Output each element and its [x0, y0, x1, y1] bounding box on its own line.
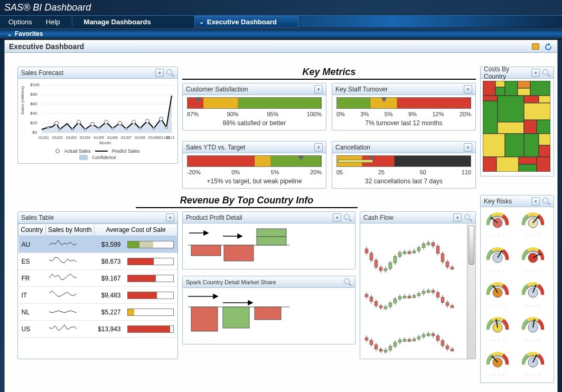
- svg-rect-194: [441, 341, 444, 346]
- favorites-bar[interactable]: ⌄ Favorites: [0, 28, 562, 40]
- col-country[interactable]: Country: [18, 224, 46, 236]
- svg-text:01/11: 01/11: [166, 135, 175, 140]
- tab-executive-dashboard[interactable]: ⌄ Executive Dashboard: [194, 16, 298, 27]
- svg-point-32: [47, 126, 49, 128]
- sales-table[interactable]: Country Sales by Month Average Cost of S…: [18, 223, 177, 338]
- dropdown-icon[interactable]: ▾: [464, 143, 472, 152]
- table-row[interactable]: FR$9,167: [18, 270, 177, 287]
- svg-rect-44: [495, 87, 505, 96]
- table-row[interactable]: US$13,943: [18, 321, 177, 338]
- svg-rect-142: [408, 296, 411, 298]
- svg-point-36: [98, 127, 100, 129]
- portlet-title: Spark Country Detail Market Share: [186, 279, 276, 285]
- svg-rect-57: [537, 120, 550, 134]
- svg-rect-174: [394, 342, 397, 347]
- print-icon[interactable]: [531, 42, 540, 51]
- risk-gauges: . . . .. . . .. . . .. . . .. . . .. . .…: [481, 207, 554, 382]
- dropdown-icon[interactable]: ▾: [155, 69, 164, 77]
- gauge-bar: [336, 97, 471, 109]
- portlet-title: Cash Flow: [363, 214, 394, 221]
- svg-rect-58: [483, 134, 505, 157]
- product-profit-chart: [183, 223, 355, 269]
- legend-actual: Actual Sales: [64, 148, 90, 154]
- svg-rect-130: [379, 306, 382, 308]
- svg-rect-67: [537, 157, 550, 172]
- magnify-icon[interactable]: [166, 69, 174, 77]
- portlet-title: Product Profit Detail: [186, 214, 242, 221]
- magnify-icon[interactable]: [542, 69, 550, 77]
- svg-text:$60: $60: [30, 101, 38, 106]
- tab-label: Executive Dashboard: [207, 18, 277, 26]
- col-sales-month[interactable]: Sales by Month: [45, 224, 95, 236]
- svg-rect-60: [524, 134, 539, 157]
- dropdown-icon[interactable]: ▾: [453, 213, 462, 222]
- svg-rect-188: [427, 334, 430, 336]
- magnify-icon[interactable]: [343, 213, 352, 222]
- spark-country-chart: [183, 288, 355, 344]
- scrollbar[interactable]: [467, 223, 475, 359]
- svg-rect-43: [495, 81, 505, 87]
- gauge-bar: [336, 155, 471, 167]
- dropdown-icon[interactable]: ▾: [333, 213, 341, 222]
- gauge-bar: [187, 155, 322, 167]
- svg-text:$40: $40: [30, 111, 38, 116]
- svg-rect-66: [519, 164, 537, 172]
- menu-manage-dashboards[interactable]: Manage Dashboards: [82, 17, 153, 27]
- svg-marker-78: [213, 294, 218, 298]
- col-avg-cost[interactable]: Average Cost of Sale: [95, 224, 177, 236]
- portlet-title: Customer Satisfaction: [186, 86, 248, 93]
- menubar: Options Help Manage Dashboards ⌄ Executi…: [0, 15, 562, 28]
- table-row[interactable]: IT$9,483: [18, 287, 177, 304]
- risk-gauge: . . . .: [518, 349, 548, 380]
- svg-rect-156: [441, 297, 444, 303]
- dropdown-icon[interactable]: ▾: [531, 69, 540, 77]
- portlet-cash-flow: Cash Flow ▾: [360, 211, 476, 359]
- svg-rect-108: [417, 248, 420, 251]
- svg-rect-170: [384, 350, 387, 352]
- svg-point-37: [111, 127, 114, 129]
- treemap-costs[interactable]: [481, 79, 554, 176]
- svg-rect-114: [432, 242, 435, 246]
- svg-rect-82: [255, 307, 281, 320]
- dropdown-icon[interactable]: ▾: [464, 85, 472, 94]
- table-row[interactable]: ES$8,673: [18, 253, 177, 270]
- magnify-icon[interactable]: [464, 213, 472, 222]
- svg-rect-148: [422, 291, 425, 293]
- dashboard-title: Executive Dashboard: [9, 42, 84, 51]
- portlet-km-cs: Customer Satisfaction▾87%90%95%100%88% s…: [182, 83, 326, 130]
- portlet-sales-table: Sales Table ▾ Country Sales by Month Ave…: [17, 211, 178, 359]
- portlet-km-sytd: Sales YTD vs. Target▾-20%0%5%20%+15% vs …: [182, 141, 326, 189]
- svg-rect-126: [370, 297, 373, 302]
- sales-forecast-chart: Sales (millions) $100$80$60$40$20$0 01/0…: [18, 79, 177, 163]
- svg-point-40: [153, 127, 155, 129]
- cash-flow-chart: [360, 223, 467, 359]
- svg-marker-76: [238, 234, 242, 238]
- svg-rect-162: [365, 338, 368, 340]
- magnify-icon[interactable]: [343, 278, 352, 286]
- svg-rect-72: [257, 237, 286, 245]
- svg-rect-98: [394, 256, 397, 263]
- portlet-title: Key Risks: [484, 198, 512, 205]
- svg-rect-184: [417, 337, 420, 339]
- svg-marker-74: [204, 231, 208, 235]
- dropdown-icon[interactable]: ▾: [314, 85, 323, 94]
- dropdown-icon[interactable]: ▾: [166, 213, 174, 222]
- svg-rect-124: [365, 294, 368, 297]
- magnify-icon[interactable]: [542, 197, 550, 206]
- svg-rect-118: [441, 254, 444, 262]
- svg-rect-166: [374, 345, 378, 349]
- table-row[interactable]: NL$5,227: [18, 304, 177, 321]
- menu-help[interactable]: Help: [44, 17, 62, 27]
- svg-rect-116: [436, 246, 439, 254]
- refresh-icon[interactable]: [544, 42, 553, 51]
- svg-rect-110: [422, 244, 425, 248]
- dropdown-icon[interactable]: ▾: [314, 143, 323, 152]
- table-row[interactable]: AU$3,599: [18, 236, 177, 253]
- dropdown-icon[interactable]: ▾: [531, 197, 540, 206]
- svg-rect-182: [413, 339, 416, 341]
- svg-rect-49: [483, 96, 498, 101]
- scrollbar-thumb[interactable]: [469, 226, 474, 265]
- svg-rect-88: [370, 253, 373, 260]
- svg-rect-94: [384, 269, 387, 271]
- menu-options[interactable]: Options: [6, 17, 34, 27]
